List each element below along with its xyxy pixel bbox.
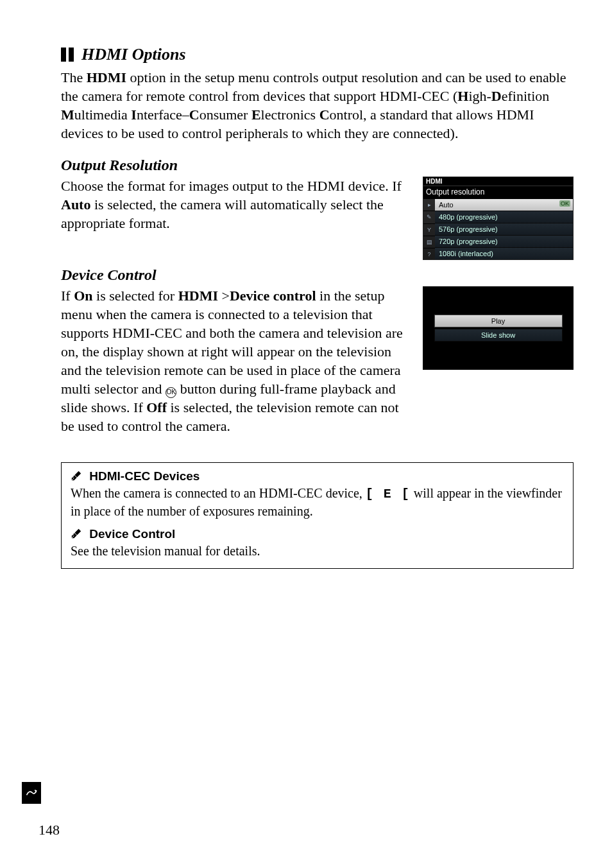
camera-menu-top: HDMI [423, 177, 573, 186]
menu-item: 576p (progressive) [435, 223, 573, 236]
side-icon: ? [423, 248, 435, 260]
device-control-title: Device Control [61, 266, 574, 284]
camera-menu-screenshot: HDMI Output resolution ▸ ✎ Y ▤ ? AutoOK … [423, 177, 574, 260]
tv-menu-screenshot: Play Slide show [423, 286, 574, 370]
title-text: HDMI Options [81, 45, 186, 64]
note-head-1: HDMI-CEC Devices [71, 469, 564, 483]
side-icon: Y [423, 224, 435, 236]
side-icon: ▤ [423, 236, 435, 248]
camera-menu-side-icons: ▸ ✎ Y ▤ ? [423, 199, 435, 260]
output-resolution-title: Output Resolution [61, 157, 574, 174]
camera-menu-list: AutoOK 480p (progressive) 576p (progress… [435, 199, 573, 260]
side-icon: ▸ [423, 199, 435, 211]
cec-glyph-icon: [ E [ [366, 487, 411, 501]
page-number: 148 [38, 822, 60, 838]
section-hdmi-options-title: HDMI Options [61, 45, 574, 64]
menu-item: 1080i (interlaced) [435, 248, 573, 260]
camera-menu-label: Output resolution [423, 186, 573, 199]
output-resolution-body: Choose the format for images output to t… [61, 177, 411, 232]
tv-menu-item-slideshow: Slide show [434, 329, 563, 342]
hdmi-options-body: The HDMI option in the setup menu contro… [61, 68, 574, 143]
note-body-1: When the camera is connected to an HDMI-… [71, 485, 564, 519]
heading-bars-icon [61, 48, 76, 62]
menu-item: 720p (progressive) [435, 236, 573, 248]
side-icon: ✎ [423, 211, 435, 223]
side-tab-icon [22, 782, 41, 804]
menu-item-auto: AutoOK [435, 199, 573, 211]
ok-button-icon: OK [166, 387, 176, 398]
notes-box: HDMI-CEC Devices When the camera is conn… [61, 462, 574, 569]
note-head-2: Device Control [71, 527, 564, 541]
tv-menu-item-play: Play [434, 315, 563, 327]
note-body-2: See the television manual for details. [71, 542, 564, 559]
menu-item: 480p (progressive) [435, 211, 573, 223]
pencil-icon [71, 470, 82, 482]
device-control-body: If On is selected for HDMI >Device contr… [61, 286, 411, 435]
pencil-icon [71, 528, 82, 539]
